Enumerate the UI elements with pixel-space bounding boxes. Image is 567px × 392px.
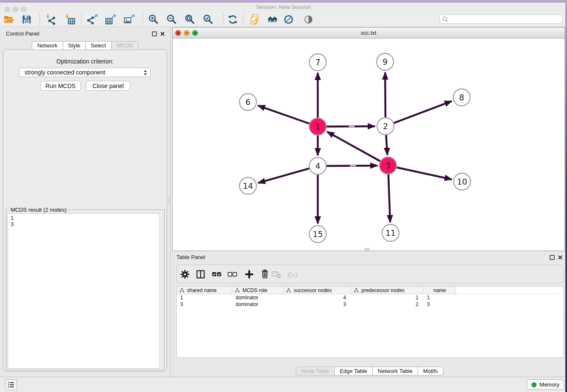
task-history-button[interactable] bbox=[5, 379, 17, 390]
graph-node-10[interactable]: 10 bbox=[454, 173, 471, 190]
split-columns-button[interactable] bbox=[195, 268, 206, 280]
zoom-out-button[interactable] bbox=[165, 13, 179, 26]
export-table-button[interactable] bbox=[104, 13, 117, 26]
export-image-button[interactable] bbox=[122, 13, 136, 26]
graph-node-9[interactable]: 9 bbox=[377, 53, 394, 70]
select-all-checkboxes-button[interactable] bbox=[211, 268, 223, 280]
add-row-button[interactable] bbox=[243, 268, 255, 280]
table-cell[interactable]: 1 bbox=[177, 294, 232, 301]
duplicate-network-icon bbox=[249, 14, 260, 25]
node-label: 4 bbox=[315, 161, 320, 171]
graph-node-8[interactable]: 8 bbox=[453, 89, 470, 106]
horizontal-splitter-grip[interactable] bbox=[364, 248, 370, 251]
graph-edge-4-14[interactable] bbox=[258, 168, 309, 183]
table-cell[interactable]: 3 bbox=[424, 301, 456, 308]
list-icon bbox=[6, 380, 16, 389]
duplicate-network-button[interactable] bbox=[248, 13, 261, 26]
refresh-view-button[interactable] bbox=[226, 13, 239, 26]
table-tab-node-table[interactable]: Node Table bbox=[296, 367, 335, 375]
column-header-successor-nodes[interactable]: successor nodes bbox=[284, 287, 351, 294]
mcds-result-list[interactable]: 13 bbox=[8, 213, 163, 369]
graph-node-1[interactable]: 1 bbox=[309, 118, 326, 135]
table-tab-motifs[interactable]: Motifs bbox=[418, 367, 443, 375]
table-tab-network-table[interactable]: Network Table bbox=[372, 367, 418, 375]
graph-node-14[interactable]: 14 bbox=[239, 177, 256, 194]
save-session-button[interactable] bbox=[20, 13, 33, 26]
graph-edge-3-1[interactable] bbox=[327, 132, 380, 161]
control-panel-close-button[interactable] bbox=[160, 31, 165, 37]
graph-edge-2-8[interactable] bbox=[394, 101, 452, 123]
node-label: 6 bbox=[245, 97, 250, 107]
table-panel-close-button[interactable] bbox=[557, 254, 563, 260]
export-network-button[interactable] bbox=[85, 13, 99, 26]
optimization-criterion-select[interactable]: strongly connected component bbox=[19, 68, 151, 77]
node-label: 14 bbox=[243, 181, 253, 190]
node-label: 1 bbox=[315, 122, 320, 131]
search-icon bbox=[442, 16, 449, 22]
table-cell[interactable]: dominator bbox=[232, 294, 284, 301]
zoom-in-button[interactable] bbox=[147, 13, 160, 26]
import-network-button[interactable] bbox=[44, 13, 57, 26]
memory-button[interactable]: Memory bbox=[527, 379, 564, 390]
column-header-name[interactable]: name bbox=[424, 287, 456, 294]
zoom-selected-button[interactable] bbox=[201, 13, 215, 26]
graph-node-3[interactable]: 3 bbox=[380, 157, 396, 174]
apply-function-button: f(x) bbox=[286, 268, 298, 280]
table-tabs: Node TableEdge TableNetwork TableMotifs bbox=[172, 367, 567, 376]
table-cell[interactable]: dominator bbox=[232, 301, 284, 308]
apply-function-icon: f(x) bbox=[287, 269, 298, 280]
tab-select[interactable]: Select bbox=[85, 41, 112, 50]
open-file-button[interactable] bbox=[3, 13, 16, 26]
table-panel-float-button[interactable] bbox=[549, 254, 555, 260]
show-hide-panel-button[interactable] bbox=[302, 13, 315, 26]
graph-edge-2-3[interactable] bbox=[386, 135, 387, 155]
zoom-out-icon bbox=[166, 14, 177, 25]
gear-icon bbox=[179, 269, 190, 280]
graph-node-7[interactable]: 7 bbox=[309, 54, 326, 71]
result-scrollbar[interactable] bbox=[159, 213, 163, 369]
table-cell[interactable]: 2 bbox=[351, 301, 424, 308]
home-button[interactable] bbox=[267, 13, 280, 26]
table-cell[interactable]: 1 bbox=[424, 294, 456, 301]
graph-edge-3-11[interactable] bbox=[388, 174, 390, 222]
table-cell[interactable]: 3 bbox=[284, 301, 351, 308]
search-box[interactable] bbox=[439, 14, 563, 24]
graph-node-11[interactable]: 11 bbox=[382, 224, 399, 241]
graph-node-15[interactable]: 15 bbox=[309, 226, 326, 243]
table-tab-edge-table[interactable]: Edge Table bbox=[334, 367, 373, 375]
search-input[interactable] bbox=[451, 16, 560, 22]
run-mcds-button[interactable]: Run MCDS bbox=[40, 81, 81, 91]
column-header-shared-name[interactable]: shared name bbox=[177, 287, 232, 294]
network-canvas[interactable]: 1234678910111415 bbox=[173, 39, 564, 251]
network-window-titlebar[interactable]: scc.txt bbox=[173, 28, 564, 39]
column-label: MCDS role bbox=[242, 287, 267, 293]
table-row[interactable]: 1dominator411 bbox=[177, 294, 563, 301]
deselect-all-checkboxes-button[interactable] bbox=[226, 268, 238, 280]
close-panel-button[interactable]: Close panel bbox=[86, 81, 130, 91]
import-table-button[interactable] bbox=[63, 13, 77, 26]
graph-edge-2-9[interactable] bbox=[385, 72, 385, 117]
control-panel-float-button[interactable] bbox=[151, 31, 157, 37]
graph-edge-3-10[interactable] bbox=[397, 168, 452, 179]
table-row[interactable]: 3dominator323 bbox=[177, 301, 563, 308]
visual-style-button[interactable] bbox=[282, 13, 295, 26]
node-label: 7 bbox=[315, 58, 320, 67]
table-cell[interactable]: 4 bbox=[284, 294, 351, 301]
node-label: 9 bbox=[383, 57, 388, 66]
zoom-fit-button[interactable] bbox=[183, 13, 197, 26]
table-cell[interactable]: 3 bbox=[177, 301, 232, 308]
graph-edge-1-6[interactable] bbox=[258, 105, 310, 124]
edge-label-mark bbox=[350, 165, 356, 166]
graph-node-2[interactable]: 2 bbox=[377, 118, 394, 135]
table-cell[interactable]: 1 bbox=[351, 294, 424, 301]
graph-node-6[interactable]: 6 bbox=[239, 94, 256, 110]
vertical-splitter-grip[interactable] bbox=[167, 198, 171, 204]
tab-mcds[interactable]: MCDS bbox=[111, 41, 138, 50]
column-header-predecessor-nodes[interactable]: predecessor nodes bbox=[351, 287, 424, 294]
gear-button[interactable] bbox=[179, 268, 191, 280]
tab-network[interactable]: Network bbox=[32, 41, 63, 50]
column-header-mcds-role[interactable]: MCDS role bbox=[232, 287, 284, 294]
graph-node-4[interactable]: 4 bbox=[309, 157, 326, 174]
delete-row-button[interactable] bbox=[259, 268, 271, 280]
tab-style[interactable]: Style bbox=[63, 41, 86, 50]
